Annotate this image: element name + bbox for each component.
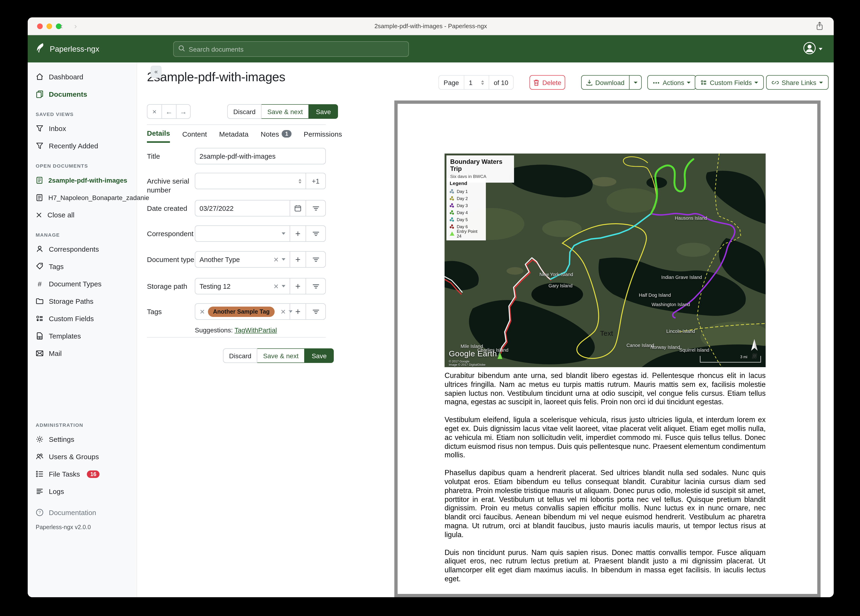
add-document-type-button[interactable]: + bbox=[290, 251, 306, 267]
sidebar-item-tags[interactable]: Tags bbox=[28, 258, 137, 275]
tags-select[interactable]: ✕ Another Sample Tag ✕ bbox=[195, 304, 290, 319]
sidebar-item-templates[interactable]: Templates bbox=[28, 327, 137, 345]
field-label: Date created bbox=[147, 200, 195, 217]
discard-button[interactable]: Discard bbox=[223, 348, 257, 363]
save-next-button[interactable]: Save & next bbox=[257, 348, 304, 363]
storage-path-select[interactable]: Testing 12 ✕ bbox=[195, 278, 290, 294]
clear-icon[interactable]: ✕ bbox=[273, 256, 279, 263]
share-icon[interactable] bbox=[816, 22, 823, 32]
tag-icon bbox=[36, 262, 44, 270]
remove-tag-icon[interactable]: ✕ bbox=[199, 308, 205, 315]
template-file-icon bbox=[36, 332, 44, 340]
tags-filter-button[interactable] bbox=[306, 304, 325, 319]
plus-icon: + bbox=[295, 307, 300, 316]
sidebar-item-label: Templates bbox=[49, 332, 81, 340]
sidebar-item-logs[interactable]: Logs bbox=[28, 482, 137, 500]
next-document-button[interactable]: → bbox=[176, 104, 191, 119]
asn-spinner-icon[interactable] bbox=[298, 179, 301, 183]
page-number-input[interactable] bbox=[469, 79, 479, 86]
sidebar-item-mail[interactable]: Mail bbox=[28, 345, 137, 362]
sidebar-item-dashboard[interactable]: Dashboard bbox=[28, 68, 137, 85]
tasks-list-icon bbox=[36, 470, 44, 478]
sidebar-item-documentation[interactable]: ? Documentation bbox=[28, 504, 137, 521]
link-icon bbox=[772, 80, 779, 85]
page-spinner-icon[interactable] bbox=[481, 80, 484, 85]
document-type-select[interactable]: Another Type ✕ bbox=[195, 251, 290, 267]
brand[interactable]: Paperless-ngx bbox=[35, 42, 99, 55]
legend-item: Day 2 bbox=[450, 195, 483, 202]
sidebar-item-correspondents[interactable]: Correspondents bbox=[28, 240, 137, 258]
chevron-down-icon bbox=[819, 82, 823, 83]
sidebar-item-custom-fields[interactable]: Custom Fields bbox=[28, 310, 137, 327]
storage-path-filter-button[interactable] bbox=[306, 278, 325, 294]
tag-chip[interactable]: Another Sample Tag bbox=[208, 306, 275, 317]
chevron-down-icon bbox=[282, 258, 286, 261]
sidebar-item-file-tasks[interactable]: File Tasks 16 bbox=[28, 465, 137, 482]
user-menu[interactable] bbox=[803, 42, 822, 57]
selected-value: Testing 12 bbox=[199, 283, 271, 290]
save-button[interactable]: Save bbox=[309, 104, 338, 119]
clear-icon[interactable]: ✕ bbox=[281, 308, 286, 315]
tab-details[interactable]: Details bbox=[147, 129, 170, 143]
download-options-button[interactable] bbox=[630, 75, 642, 90]
route-marker-icon bbox=[450, 203, 454, 208]
search-bar[interactable] bbox=[173, 41, 409, 57]
suggestion-link[interactable]: TagWithPartial bbox=[234, 326, 277, 334]
search-input[interactable] bbox=[189, 45, 404, 53]
macos-titlebar: ‹ › 2sample-pdf-with-images - Paperless-… bbox=[28, 17, 834, 35]
date-created-field[interactable] bbox=[199, 204, 286, 212]
sidebar-item-open-doc-2[interactable]: H7_Napoleon_Bonaparte_zadanie bbox=[28, 189, 137, 206]
date-picker-button[interactable] bbox=[290, 201, 306, 216]
correspondent-select[interactable] bbox=[195, 226, 290, 241]
title-field[interactable] bbox=[199, 152, 321, 160]
notes-count-badge: 1 bbox=[282, 130, 292, 138]
field-label: Correspondent bbox=[147, 225, 195, 242]
sidebar-item-close-all[interactable]: Close all bbox=[28, 206, 137, 223]
download-button[interactable]: Download bbox=[581, 75, 630, 90]
sidebar-item-label: Settings bbox=[49, 435, 74, 443]
previous-document-button[interactable]: ← bbox=[162, 104, 176, 119]
hash-icon: # bbox=[36, 280, 44, 288]
correspondent-filter-button[interactable] bbox=[306, 226, 325, 241]
share-links-button[interactable]: Share Links bbox=[766, 75, 829, 90]
route-marker-icon bbox=[450, 189, 454, 194]
custom-fields-icon bbox=[36, 314, 44, 322]
filter-funnel-icon bbox=[36, 124, 44, 132]
discard-button[interactable]: Discard bbox=[227, 104, 262, 119]
sidebar-item-document-types[interactable]: # Document Types bbox=[28, 275, 137, 292]
save-button[interactable]: Save bbox=[304, 348, 334, 363]
map-image: Hausons Island New York Island Gary Isla… bbox=[444, 154, 766, 367]
pdf-preview-page[interactable]: Hausons Island New York Island Gary Isla… bbox=[394, 101, 821, 597]
document-type-filter-button[interactable] bbox=[306, 251, 325, 267]
tab-permissions[interactable]: Permissions bbox=[304, 129, 342, 143]
sidebar-item-documents[interactable]: Documents bbox=[28, 85, 137, 103]
sidebar-item-open-doc-1[interactable]: 2sample-pdf-with-images bbox=[28, 171, 137, 189]
delete-button[interactable]: Delete bbox=[529, 75, 565, 90]
sidebar-item-label: Tags bbox=[49, 262, 64, 270]
tab-content[interactable]: Content bbox=[182, 129, 207, 143]
close-document-button[interactable]: × bbox=[147, 104, 162, 119]
sidebar-item-settings[interactable]: Settings bbox=[28, 431, 137, 448]
add-tag-button[interactable]: + bbox=[290, 304, 306, 319]
tab-metadata[interactable]: Metadata bbox=[219, 129, 249, 143]
save-next-button[interactable]: Save & next bbox=[262, 104, 309, 119]
asn-field[interactable] bbox=[199, 177, 296, 185]
sidebar-item-recently-added[interactable]: Recently Added bbox=[28, 137, 137, 154]
tab-notes[interactable]: Notes1 bbox=[261, 129, 292, 143]
asn-plus-one-button[interactable]: +1 bbox=[306, 173, 325, 189]
add-storage-path-button[interactable]: + bbox=[290, 278, 306, 294]
map-label: Lincoln Island bbox=[666, 328, 695, 334]
add-correspondent-button[interactable]: + bbox=[290, 226, 306, 241]
actions-button[interactable]: ••• Actions bbox=[647, 75, 697, 90]
sidebar-item-users-groups[interactable]: Users & Groups bbox=[28, 448, 137, 465]
date-filter-button[interactable] bbox=[306, 201, 325, 216]
sidebar-item-inbox[interactable]: Inbox bbox=[28, 120, 137, 137]
close-icon bbox=[36, 212, 42, 218]
legend-item: Entry Point 24 bbox=[450, 230, 483, 237]
custom-fields-button[interactable]: Custom Fields bbox=[695, 75, 764, 90]
clear-icon[interactable]: ✕ bbox=[273, 283, 279, 290]
save-button-group-bottom: Discard Save & next Save bbox=[223, 348, 334, 363]
sidebar-collapse-button[interactable]: « bbox=[151, 66, 162, 78]
sidebar-item-storage-paths[interactable]: Storage Paths bbox=[28, 292, 137, 310]
page-number-stepper[interactable] bbox=[464, 75, 489, 89]
